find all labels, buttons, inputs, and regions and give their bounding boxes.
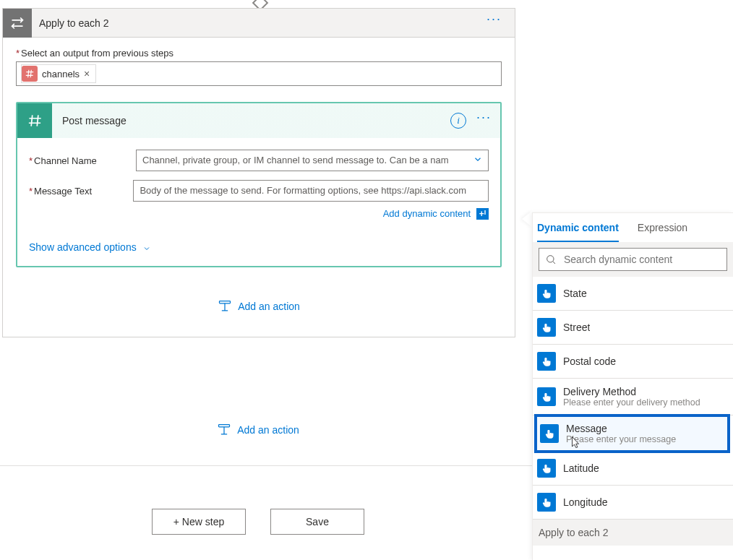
dynamic-content-item-title: Longitude: [563, 496, 608, 508]
chevron-down-icon[interactable]: [473, 155, 483, 167]
tab-dynamic-content[interactable]: Dynamic content: [537, 222, 619, 242]
search-icon: [545, 254, 557, 265]
foreach-title: Apply to each 2: [39, 17, 486, 29]
foreach-menu-button[interactable]: ···: [486, 12, 502, 27]
foreach-card: Apply to each 2 ··· Select an output fro…: [2, 8, 515, 337]
token-label: channels: [42, 69, 80, 79]
dynamic-content-item[interactable]: Postal code: [533, 345, 733, 379]
touch-icon: [537, 318, 556, 337]
message-text-input[interactable]: Body of the message to send. For formatt…: [133, 180, 489, 202]
cursor-icon: [569, 434, 582, 452]
dynamic-content-search[interactable]: [539, 248, 727, 271]
channel-name-input[interactable]: Channel, private group, or IM channel to…: [136, 150, 489, 171]
token-remove-icon[interactable]: ×: [84, 68, 90, 79]
dynamic-content-item[interactable]: State: [533, 277, 733, 311]
dynamic-content-item[interactable]: Latitude: [533, 452, 733, 486]
touch-icon: [537, 493, 556, 512]
svg-point-3: [547, 256, 554, 262]
touch-icon: [540, 424, 559, 443]
output-label: Select an output from previous steps: [16, 48, 502, 59]
dynamic-content-item-subtitle: Please enter your message: [566, 434, 676, 444]
svg-point-0: [26, 112, 43, 129]
message-text-label: Message Text: [29, 186, 133, 197]
callout-arrow-icon: [522, 211, 532, 227]
dynamic-content-item-title: Street: [563, 322, 590, 333]
post-message-header[interactable]: Post message i ···: [17, 103, 500, 138]
slack-hash-icon: [17, 103, 52, 138]
post-message-card: Post message i ··· Channel Name Channel,…: [16, 102, 502, 267]
dynamic-content-item[interactable]: Longitude: [533, 486, 733, 520]
show-advanced-options-link[interactable]: Show advanced options: [29, 241, 151, 253]
hash-icon: [22, 66, 38, 82]
touch-icon: [537, 352, 556, 371]
add-action-inner-button[interactable]: Add an action: [16, 299, 502, 314]
add-dynamic-content-link[interactable]: Add dynamic content: [383, 208, 471, 219]
tab-expression[interactable]: Expression: [638, 222, 687, 242]
dynamic-content-section-header: Apply to each 2: [533, 520, 733, 546]
dynamic-content-item-subtitle: Please enter your delivery method: [563, 397, 700, 408]
svg-rect-1: [220, 301, 231, 303]
post-message-title: Post message: [62, 115, 450, 126]
svg-rect-2: [219, 425, 230, 427]
dynamic-content-panel: Dynamic content Expression StateStreetPo…: [532, 212, 733, 560]
dynamic-content-item[interactable]: Street: [533, 311, 733, 345]
touch-icon: [537, 387, 556, 406]
dynamic-content-badge-icon[interactable]: +I: [476, 208, 489, 220]
dynamic-content-item-title: State: [563, 288, 587, 299]
new-step-button[interactable]: + New step: [152, 509, 246, 535]
channels-token[interactable]: channels ×: [21, 64, 96, 83]
dynamic-content-item-title: Delivery Method: [563, 386, 700, 397]
loop-icon: [3, 9, 32, 38]
dynamic-content-item-title: Latitude: [563, 462, 599, 474]
touch-icon: [537, 459, 556, 478]
output-token-field[interactable]: channels ×: [16, 61, 502, 86]
touch-icon: [537, 284, 556, 303]
post-message-menu-button[interactable]: ···: [476, 110, 492, 125]
foreach-header[interactable]: Apply to each 2 ···: [3, 9, 515, 38]
dynamic-content-item-title: Message: [566, 423, 676, 434]
dynamic-content-search-input[interactable]: [562, 253, 721, 266]
dynamic-content-item-title: Postal code: [563, 356, 616, 367]
info-icon[interactable]: i: [450, 113, 466, 129]
add-action-outer-button[interactable]: Add an action: [0, 423, 516, 437]
channel-name-label: Channel Name: [29, 155, 136, 166]
dynamic-content-item[interactable]: MessagePlease enter your message: [534, 414, 730, 453]
save-button[interactable]: Save: [270, 509, 364, 535]
dynamic-content-item[interactable]: Delivery MethodPlease enter your deliver…: [533, 379, 733, 415]
